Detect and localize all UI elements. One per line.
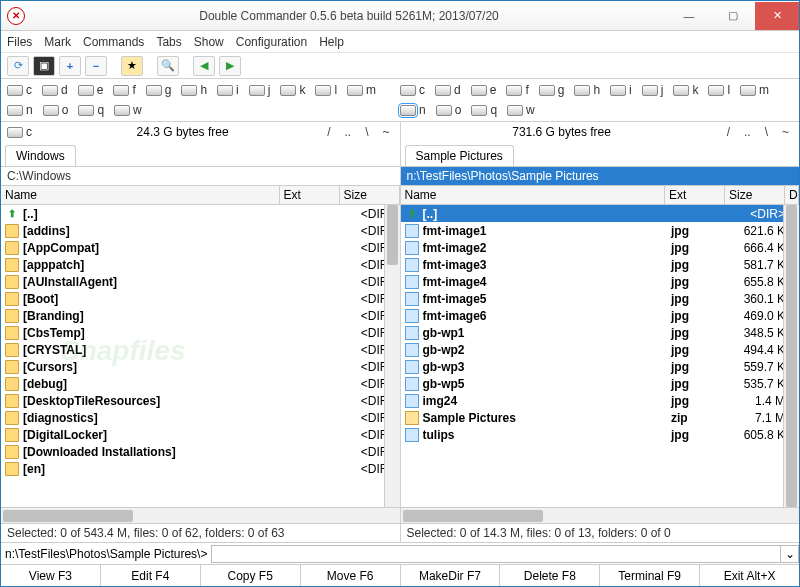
drive-left-i[interactable]: i [217,83,239,97]
drive-left-f[interactable]: f [113,83,135,97]
drive-left-k[interactable]: k [280,83,305,97]
table-row[interactable]: [Branding]<DIR> [1,307,400,324]
fkey-terminal[interactable]: Terminal F9 [600,565,700,586]
star-icon[interactable]: ★ [121,56,143,76]
table-row[interactable]: gb-wp2jpg494.4 K 0 [401,341,800,358]
drive-right-m[interactable]: m [740,83,769,97]
table-row[interactable]: gb-wp3jpg559.7 K 0 [401,358,800,375]
minimize-button[interactable]: — [667,2,711,30]
table-row[interactable]: fmt-image5jpg360.1 K 0 [401,290,800,307]
drive-right-n[interactable]: n [400,103,426,117]
table-row[interactable]: fmt-image2jpg666.4 K 0 [401,239,800,256]
left-nav-root[interactable]: / [323,125,334,139]
drive-left-j[interactable]: j [249,83,271,97]
left-hscroll[interactable] [1,507,400,523]
drive-left-c[interactable]: c [7,83,32,97]
back-icon[interactable]: ◀ [193,56,215,76]
drive-right-j[interactable]: j [642,83,664,97]
table-row[interactable]: [diagnostics]<DIR> [1,409,400,426]
left-tab[interactable]: Windows [5,145,76,166]
table-row[interactable]: tulipsjpg605.8 K 0 [401,426,800,443]
close-button[interactable]: ✕ [755,2,799,30]
drive-left-n[interactable]: n [7,103,33,117]
table-row[interactable]: ⬆[..]<DIR> [1,205,400,222]
left-nav-home[interactable]: ~ [378,125,393,139]
drive-left-g[interactable]: g [146,83,172,97]
left-scrollbar[interactable] [384,205,400,507]
right-nav-up[interactable]: .. [740,125,755,139]
drive-left-w[interactable]: w [114,103,142,117]
table-row[interactable]: ⬆[..]<DIR> 0 [401,205,800,222]
drive-right-e[interactable]: e [471,83,497,97]
right-col-size[interactable]: Size [725,186,785,204]
table-row[interactable]: [Boot]<DIR> [1,290,400,307]
left-file-table[interactable]: ⬆[..]<DIR>[addins]<DIR>[AppCompat]<DIR>[… [1,205,400,507]
left-col-ext[interactable]: Ext [280,186,340,204]
minus-icon[interactable]: − [85,56,107,76]
drive-left-l[interactable]: l [315,83,337,97]
drive-right-d[interactable]: d [435,83,461,97]
drive-right-w[interactable]: w [507,103,535,117]
maximize-button[interactable]: ▢ [711,2,755,30]
table-row[interactable]: [AppCompat]<DIR> [1,239,400,256]
table-row[interactable]: fmt-image3jpg581.7 K 0 [401,256,800,273]
forward-icon[interactable]: ▶ [219,56,241,76]
table-row[interactable]: [en]<DIR> [1,460,400,477]
table-row[interactable]: [debug]<DIR> [1,375,400,392]
fkey-delete[interactable]: Delete F8 [500,565,600,586]
right-scrollbar[interactable] [783,205,799,507]
menu-files[interactable]: Files [7,35,32,49]
right-col-ext[interactable]: Ext [665,186,725,204]
right-col-date[interactable]: D [785,186,799,204]
search-icon[interactable]: 🔍 [157,56,179,76]
table-row[interactable]: [addins]<DIR> [1,222,400,239]
menu-mark[interactable]: Mark [44,35,71,49]
fkey-move[interactable]: Move F6 [301,565,401,586]
left-col-size[interactable]: Size [340,186,400,204]
menu-help[interactable]: Help [319,35,344,49]
table-row[interactable]: fmt-image6jpg469.0 K 0 [401,307,800,324]
drive-right-c[interactable]: c [400,83,425,97]
table-row[interactable]: [DigitalLocker]<DIR> [1,426,400,443]
drive-right-l[interactable]: l [708,83,730,97]
table-row[interactable]: gb-wp5jpg535.7 K 0 [401,375,800,392]
right-file-table[interactable]: ⬆[..]<DIR> 0fmt-image1jpg621.6 K 0fmt-im… [401,205,800,507]
terminal-icon[interactable]: ▣ [33,56,55,76]
right-hscroll[interactable] [401,507,800,523]
table-row[interactable]: [apppatch]<DIR> [1,256,400,273]
drive-left-o[interactable]: o [43,103,69,117]
menu-configuration[interactable]: Configuration [236,35,307,49]
right-nav-home[interactable]: ~ [778,125,793,139]
right-nav-root[interactable]: / [723,125,734,139]
drive-right-q[interactable]: q [471,103,497,117]
table-row[interactable]: fmt-image1jpg621.6 K 0 [401,222,800,239]
table-row[interactable]: fmt-image4jpg655.8 K 0 [401,273,800,290]
table-row[interactable]: gb-wp1jpg348.5 K 0 [401,324,800,341]
table-row[interactable]: img24jpg1.4 M 0 [401,392,800,409]
table-row[interactable]: [CRYSTAL]<DIR> [1,341,400,358]
drive-right-i[interactable]: i [610,83,632,97]
fkey-makedir[interactable]: MakeDir F7 [401,565,501,586]
left-drive-letter[interactable]: c [26,125,32,139]
table-row[interactable]: [AUInstallAgent]<DIR> [1,273,400,290]
table-row[interactable]: [Downloaded Installations]<DIR> [1,443,400,460]
drive-left-e[interactable]: e [78,83,104,97]
fkey-edit[interactable]: Edit F4 [101,565,201,586]
table-row[interactable]: [Cursors]<DIR> [1,358,400,375]
table-row[interactable]: [CbsTemp]<DIR> [1,324,400,341]
plus-icon[interactable]: + [59,56,81,76]
drive-left-m[interactable]: m [347,83,376,97]
drive-right-g[interactable]: g [539,83,565,97]
drive-right-k[interactable]: k [673,83,698,97]
cmd-input[interactable] [211,545,781,563]
fkey-exit[interactable]: Exit Alt+X [700,565,799,586]
drive-right-h[interactable]: h [574,83,600,97]
drive-left-d[interactable]: d [42,83,68,97]
fkey-view[interactable]: View F3 [1,565,101,586]
drive-right-o[interactable]: o [436,103,462,117]
menu-tabs[interactable]: Tabs [156,35,181,49]
menu-commands[interactable]: Commands [83,35,144,49]
table-row[interactable]: Sample Pictureszip7.1 M 0 [401,409,800,426]
right-tab[interactable]: Sample Pictures [405,145,514,166]
drive-left-q[interactable]: q [78,103,104,117]
